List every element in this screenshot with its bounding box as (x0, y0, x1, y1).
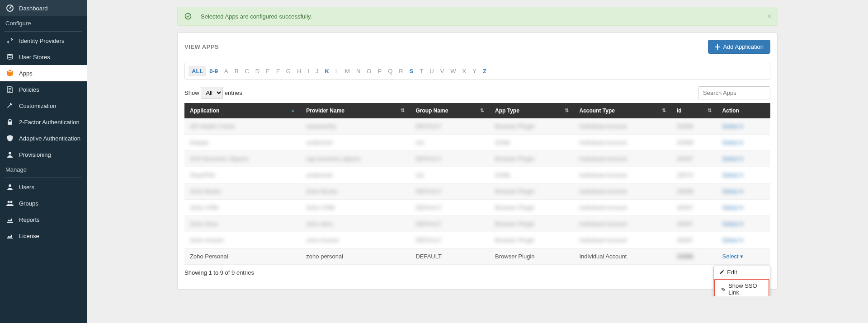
sidebar-item-provisioning[interactable]: Provisioning (0, 146, 87, 163)
lock-icon (5, 117, 14, 126)
cell: zoho invoice (301, 232, 410, 248)
caret-down-icon: ▾ (740, 204, 743, 211)
alpha-h[interactable]: H (294, 66, 304, 76)
sort-icon: ⇅ (662, 108, 666, 113)
select-action[interactable]: Select ▾ (722, 237, 744, 243)
alpha-v[interactable]: V (437, 66, 448, 76)
alpha-q[interactable]: Q (385, 66, 396, 76)
swap-icon (5, 36, 14, 45)
alpha-y[interactable]: Y (469, 66, 480, 76)
select-action[interactable]: Select ▾ (722, 220, 744, 227)
alpha-all[interactable]: ALL (189, 66, 206, 76)
sidebar-item-label: Provisioning (19, 151, 51, 158)
cell: 20097 (671, 200, 717, 216)
alpha-g[interactable]: G (283, 66, 294, 76)
alpha-t[interactable]: T (416, 66, 426, 76)
header-application[interactable]: Application▲ (184, 103, 301, 118)
alpha-0-9[interactable]: 0-9 (206, 66, 221, 76)
alpha-m[interactable]: M (342, 66, 353, 76)
user-icon (5, 150, 14, 159)
header-app-type[interactable]: App Type⇅ (490, 103, 574, 118)
cell: 20074 (671, 167, 717, 183)
alpha-c[interactable]: C (241, 66, 252, 76)
table-row: Zoho BooksZoho BooksDEFAULTBrowser Plugi… (184, 183, 770, 200)
check-circle-icon (184, 13, 192, 20)
select-action[interactable]: Select ▾ (722, 204, 744, 211)
cell: DEFAULT (410, 232, 490, 248)
alert-message: Selected Apps are configured successfull… (201, 13, 312, 20)
cell: DEFAULT (410, 183, 490, 200)
table-row: Zoho Docszoho docsDEFAULTBrowser PluginI… (184, 216, 770, 232)
wrench-icon (5, 101, 14, 110)
select-action[interactable]: Select ▾ (722, 139, 744, 146)
alpha-i[interactable]: I (304, 66, 312, 76)
divider (5, 178, 82, 178)
cell: Individual Account (574, 200, 671, 216)
alpha-f[interactable]: F (273, 66, 283, 76)
add-application-button[interactable]: Add Application (708, 40, 770, 54)
header-id[interactable]: Id⇅ (671, 103, 717, 118)
cell: Zoho CRM (301, 200, 410, 216)
dropdown-edit[interactable]: Edit (714, 266, 770, 278)
cell: Individual Account (574, 167, 671, 183)
header-group-name[interactable]: Group Name⇅ (410, 103, 490, 118)
cell: n/a (410, 135, 490, 151)
select-action[interactable]: Select ▾ (722, 188, 744, 195)
entries-select[interactable]: All (201, 87, 223, 99)
table-row: SAP Business Objectssap business objects… (184, 151, 770, 167)
svg-point-2 (7, 54, 13, 56)
alpha-z[interactable]: Z (480, 66, 490, 76)
sidebar-item-license[interactable]: License (0, 228, 87, 244)
alpha-s[interactable]: S (406, 66, 417, 76)
alpha-k[interactable]: K (321, 66, 332, 76)
sidebar-item-groups[interactable]: Groups (0, 195, 87, 211)
cell: SAML (490, 135, 574, 151)
alpha-r[interactable]: R (396, 66, 406, 76)
entries-label: entries (225, 89, 242, 96)
sort-asc-icon: ▲ (290, 108, 295, 113)
sidebar-item-policies[interactable]: Policies (0, 81, 87, 98)
cube-icon (5, 69, 14, 78)
alpha-b[interactable]: B (231, 66, 242, 76)
sidebar-item-dashboard[interactable]: Dashboard (0, 0, 87, 16)
sidebar-item-apps[interactable]: Apps (0, 65, 87, 81)
select-action[interactable]: Select ▾ (722, 155, 744, 162)
sidebar-item-reports[interactable]: Reports (0, 211, 87, 228)
cell: Zoho CRM (184, 200, 301, 216)
alpha-p[interactable]: P (374, 66, 385, 76)
alpha-x[interactable]: X (459, 66, 470, 76)
table-row: AD Health CheckclearworthyDEFAULTBrowser… (184, 118, 770, 135)
alpha-e[interactable]: E (263, 66, 273, 76)
header-provider-name[interactable]: Provider Name⇅ (301, 103, 410, 118)
alpha-l[interactable]: L (332, 66, 342, 76)
action-cell: Select ▾ (717, 200, 770, 216)
sidebar-item-identity-providers[interactable]: Identity Providers (0, 33, 87, 49)
dropdown-show-sso-link[interactable]: Show SSO Link (714, 279, 769, 296)
header-account-type[interactable]: Account Type⇅ (574, 103, 671, 118)
alert-close-button[interactable]: × (767, 12, 772, 21)
alpha-w[interactable]: W (447, 66, 459, 76)
select-action[interactable]: Select ▾ (722, 172, 744, 178)
alpha-d[interactable]: D (252, 66, 263, 76)
alpha-a[interactable]: A (221, 66, 231, 76)
alpha-n[interactable]: N (353, 66, 363, 76)
header-action[interactable]: Action (717, 103, 770, 118)
alpha-o[interactable]: O (363, 66, 374, 76)
cell: 20098 (671, 135, 717, 151)
sidebar-item-2fa[interactable]: 2-Factor Authentication (0, 114, 87, 130)
sidebar-item-users[interactable]: Users (0, 179, 87, 195)
cell: Browser Plugin (490, 232, 574, 248)
sidebar-item-customization[interactable]: Customization (0, 98, 87, 114)
sidebar-item-user-stores[interactable]: User Stores (0, 49, 87, 65)
alpha-u[interactable]: U (426, 66, 437, 76)
sidebar-item-adaptive-auth[interactable]: Adaptive Authentication (0, 130, 87, 146)
select-action[interactable]: Select ▾ (722, 253, 744, 260)
svg-rect-3 (8, 122, 12, 125)
select-action[interactable]: Select ▾ (722, 123, 744, 130)
action-cell: Select ▾ (717, 118, 770, 135)
caret-down-icon: ▾ (740, 237, 743, 243)
alpha-j[interactable]: J (312, 66, 322, 76)
sidebar-item-label: Users (19, 184, 34, 191)
svg-point-4 (9, 152, 11, 154)
search-apps-input[interactable] (698, 86, 770, 99)
